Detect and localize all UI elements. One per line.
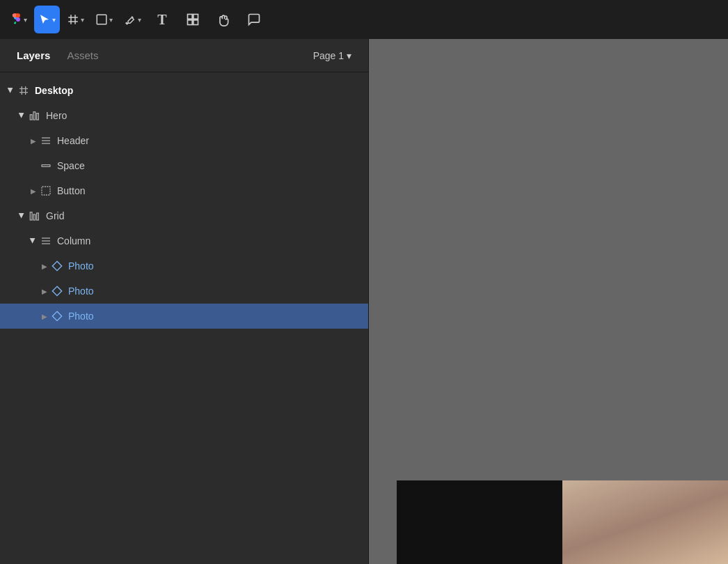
svg-rect-3 xyxy=(188,20,193,25)
svg-rect-1 xyxy=(188,15,193,19)
svg-rect-13 xyxy=(30,212,32,220)
layer-item-header[interactable]: ▶Header xyxy=(0,128,368,153)
text-tool-button[interactable]: T xyxy=(148,6,176,33)
svg-rect-7 xyxy=(37,113,39,120)
canvas-dark-section xyxy=(397,480,562,564)
move-chevron-icon: ▾ xyxy=(52,16,56,24)
layer-item-column[interactable]: ▶Column xyxy=(0,228,368,253)
layer-icon-header xyxy=(39,134,53,148)
layer-item-grid[interactable]: ▶Grid xyxy=(0,203,368,228)
layer-label-grid: Grid xyxy=(46,210,64,221)
layer-chevron-photo2[interactable]: ▶ xyxy=(39,285,50,297)
text-t-icon: T xyxy=(157,12,166,28)
layer-label-desktop: Desktop xyxy=(35,85,73,96)
component-tool-button[interactable] xyxy=(179,6,207,33)
layer-icon-hero xyxy=(28,109,42,123)
layer-chevron-header[interactable]: ▶ xyxy=(28,135,39,146)
shape-tool-button[interactable]: ▾ xyxy=(91,6,117,33)
layer-item-desktop[interactable]: ▶Desktop xyxy=(0,78,368,103)
layer-label-photo2: Photo xyxy=(68,285,94,297)
svg-rect-5 xyxy=(30,115,32,120)
main-area: Layers Assets Page 1 ▾ ▶Desktop▶Hero▶Hea… xyxy=(0,39,728,564)
svg-rect-2 xyxy=(193,15,198,19)
pen-tool-button[interactable]: ▾ xyxy=(120,6,145,33)
tab-layers[interactable]: Layers xyxy=(11,47,56,64)
layer-chevron-desktop[interactable]: ▶ xyxy=(6,85,17,96)
layer-icon-column xyxy=(39,234,53,248)
frame-icon xyxy=(67,13,79,26)
layer-icon-photo2 xyxy=(50,284,64,298)
hand-tool-button[interactable] xyxy=(209,6,237,33)
layer-icon-space xyxy=(39,159,53,173)
canvas-light-section xyxy=(562,480,728,564)
canvas-preview xyxy=(397,480,728,564)
layer-label-header: Header xyxy=(57,135,89,146)
comment-tool-button[interactable] xyxy=(240,6,268,33)
layer-item-button[interactable]: ▶Button xyxy=(0,178,368,203)
frame-chevron-icon: ▾ xyxy=(81,16,84,24)
layer-item-hero[interactable]: ▶Hero xyxy=(0,103,368,128)
layer-label-button: Button xyxy=(57,185,85,196)
svg-marker-19 xyxy=(52,261,61,270)
layer-label-photo1: Photo xyxy=(68,260,94,272)
layer-chevron-column[interactable]: ▶ xyxy=(28,235,39,246)
shape-icon xyxy=(95,13,108,26)
layer-chevron-button[interactable]: ▶ xyxy=(28,185,39,196)
comment-icon xyxy=(247,13,261,26)
component-icon xyxy=(186,13,200,26)
layer-icon-photo3 xyxy=(50,309,64,323)
svg-rect-12 xyxy=(42,187,50,195)
layer-chevron-photo1[interactable]: ▶ xyxy=(39,260,50,272)
layer-item-photo2[interactable]: ▶Photo xyxy=(0,279,368,304)
toolbar: ▾ ▾ ▾ ▾ ▾ T xyxy=(0,0,728,39)
move-icon xyxy=(38,13,51,26)
layer-item-space[interactable]: ▶Space xyxy=(0,153,368,178)
pen-chevron-icon: ▾ xyxy=(138,16,141,24)
sidebar-header: Layers Assets Page 1 ▾ xyxy=(0,39,368,72)
frame-tool-button[interactable]: ▾ xyxy=(63,6,88,33)
tab-assets[interactable]: Assets xyxy=(61,47,104,64)
layer-label-space: Space xyxy=(57,160,85,171)
layer-label-hero: Hero xyxy=(46,110,67,121)
page-selector[interactable]: Page 1 ▾ xyxy=(308,47,357,64)
layer-chevron-hero[interactable]: ▶ xyxy=(17,110,28,121)
layer-chevron-grid[interactable]: ▶ xyxy=(17,210,28,221)
canvas-area[interactable] xyxy=(369,39,728,564)
svg-rect-0 xyxy=(97,15,106,24)
svg-rect-15 xyxy=(37,213,39,220)
canvas-image xyxy=(397,480,728,564)
svg-rect-4 xyxy=(193,20,198,25)
svg-rect-11 xyxy=(42,165,50,167)
layer-item-photo1[interactable]: ▶Photo xyxy=(0,253,368,279)
layer-icon-photo1 xyxy=(50,259,64,273)
layers-panel: ▶Desktop▶Hero▶Header▶Space▶Button▶Grid▶C… xyxy=(0,72,368,564)
shape-chevron-icon: ▾ xyxy=(109,16,113,24)
pen-icon xyxy=(124,13,136,26)
svg-marker-21 xyxy=(52,311,61,320)
page-name: Page 1 xyxy=(313,50,344,61)
layer-icon-desktop xyxy=(17,84,31,97)
layer-icon-grid xyxy=(28,209,42,223)
svg-rect-6 xyxy=(33,112,35,120)
page-chevron-icon: ▾ xyxy=(347,50,351,61)
move-tool-button[interactable]: ▾ xyxy=(34,6,60,33)
svg-rect-14 xyxy=(33,214,35,220)
hand-icon xyxy=(216,13,230,26)
layer-chevron-photo3[interactable]: ▶ xyxy=(39,311,50,322)
svg-marker-20 xyxy=(52,286,61,295)
layer-icon-button xyxy=(39,184,53,198)
figma-icon xyxy=(10,13,22,26)
sidebar: Layers Assets Page 1 ▾ ▶Desktop▶Hero▶Hea… xyxy=(0,39,369,564)
layer-label-column: Column xyxy=(57,235,90,246)
figma-menu-button[interactable]: ▾ xyxy=(6,6,31,33)
layer-label-photo3: Photo xyxy=(68,311,94,322)
figma-chevron-icon: ▾ xyxy=(24,16,27,24)
layer-item-photo3[interactable]: ▶Photo xyxy=(0,304,368,329)
